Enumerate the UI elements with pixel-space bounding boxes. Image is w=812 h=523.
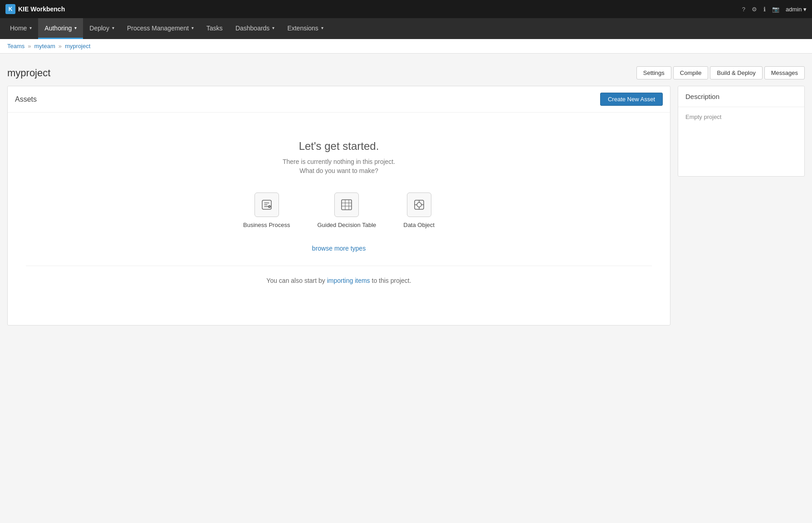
chevron-down-icon: ▾ — [29, 25, 32, 30]
page-container: myproject Settings Compile Build & Deplo… — [0, 54, 812, 333]
help-icon[interactable]: ? — [742, 6, 745, 13]
import-text-after: to this project. — [370, 277, 411, 284]
assets-title: Assets — [15, 95, 37, 104]
settings-button[interactable]: Settings — [636, 66, 671, 79]
chevron-down-icon: ▾ — [272, 25, 274, 30]
import-text-before: You can also start by — [266, 277, 327, 284]
nav-item-authoring[interactable]: Authoring ▾ — [38, 18, 83, 39]
project-actions: Settings Compile Build & Deploy Messages — [636, 66, 805, 79]
svg-point-8 — [417, 202, 421, 207]
create-new-asset-button[interactable]: Create New Asset — [600, 93, 663, 106]
breadcrumb-teams[interactable]: Teams — [7, 43, 24, 49]
asset-type-guided-decision-table[interactable]: Guided Decision Table — [317, 192, 376, 228]
empty-state: Let's get started. There is currently no… — [8, 113, 670, 325]
brand-name: KIE Workbench — [18, 5, 65, 13]
importing-items-link[interactable]: importing items — [327, 277, 370, 284]
right-panel: Description Empty project — [678, 86, 805, 177]
top-bar: K KIE Workbench ? ⚙ ℹ 📷 admin ▾ — [0, 0, 812, 18]
assets-header: Assets Create New Asset — [8, 86, 670, 113]
nav-extensions-label: Extensions — [287, 25, 318, 32]
breadcrumb-myproject[interactable]: myproject — [65, 43, 90, 49]
main-nav: Home ▾ Authoring ▾ Deploy ▾ Process Mana… — [0, 18, 812, 39]
nav-item-extensions[interactable]: Extensions ▾ — [281, 18, 329, 39]
nav-tasks-label: Tasks — [206, 25, 223, 32]
empty-state-sub2: What do you want to make? — [17, 167, 661, 174]
breadcrumb: Teams » myteam » myproject — [0, 39, 812, 54]
asset-type-business-process[interactable]: Business Process — [243, 192, 290, 228]
camera-icon[interactable]: 📷 — [772, 6, 779, 13]
nav-item-deploy[interactable]: Deploy ▾ — [83, 18, 121, 39]
nav-authoring-label: Authoring — [44, 25, 72, 32]
breadcrumb-sep-1: » — [28, 43, 31, 49]
asset-types: Business Process Guided D — [17, 192, 661, 228]
description-title: Description — [678, 86, 804, 107]
empty-state-headline: Let's get started. — [17, 140, 661, 153]
import-text: You can also start by importing items to… — [17, 277, 661, 284]
brand-icon: K — [5, 4, 15, 14]
info-icon[interactable]: ℹ — [763, 6, 766, 13]
svg-rect-2 — [342, 200, 352, 210]
description-body: Empty project — [678, 107, 804, 127]
user-menu[interactable]: admin ▾ — [786, 6, 807, 13]
assets-panel: Assets Create New Asset Let's get starte… — [7, 86, 670, 326]
chevron-down-icon: ▾ — [74, 25, 77, 30]
page-title: myproject — [7, 67, 50, 79]
empty-state-sub1: There is currently nothing in this proje… — [17, 158, 661, 165]
settings-icon[interactable]: ⚙ — [752, 6, 757, 13]
project-header: myproject Settings Compile Build & Deplo… — [7, 61, 805, 86]
nav-item-dashboards[interactable]: Dashboards ▾ — [229, 18, 281, 39]
data-object-label: Data Object — [403, 222, 435, 228]
nav-item-tasks[interactable]: Tasks — [200, 18, 229, 39]
build-deploy-button[interactable]: Build & Deploy — [710, 66, 762, 79]
chevron-down-icon: ▾ — [321, 25, 323, 30]
content-area: Assets Create New Asset Let's get starte… — [7, 86, 805, 326]
nav-home-label: Home — [10, 25, 27, 32]
business-process-icon — [254, 192, 279, 217]
brand: K KIE Workbench — [5, 4, 65, 14]
browse-more-types-link[interactable]: browse more types — [17, 245, 661, 252]
chevron-down-icon: ▾ — [112, 25, 114, 30]
breadcrumb-myteam[interactable]: myteam — [34, 43, 55, 49]
compile-button[interactable]: Compile — [673, 66, 709, 79]
data-object-icon — [407, 192, 431, 217]
messages-button[interactable]: Messages — [764, 66, 805, 79]
guided-decision-table-icon — [334, 192, 359, 217]
nav-process-management-label: Process Management — [127, 25, 189, 32]
asset-type-data-object[interactable]: Data Object — [403, 192, 435, 228]
chevron-down-icon: ▾ — [191, 25, 194, 30]
top-bar-right: ? ⚙ ℹ 📷 admin ▾ — [742, 6, 807, 13]
guided-decision-table-label: Guided Decision Table — [317, 222, 376, 228]
business-process-label: Business Process — [243, 222, 290, 228]
divider — [26, 266, 652, 266]
nav-item-process-management[interactable]: Process Management ▾ — [121, 18, 200, 39]
breadcrumb-sep-2: » — [59, 43, 62, 49]
nav-item-home[interactable]: Home ▾ — [4, 18, 38, 39]
nav-dashboards-label: Dashboards — [235, 25, 270, 32]
nav-deploy-label: Deploy — [89, 25, 109, 32]
